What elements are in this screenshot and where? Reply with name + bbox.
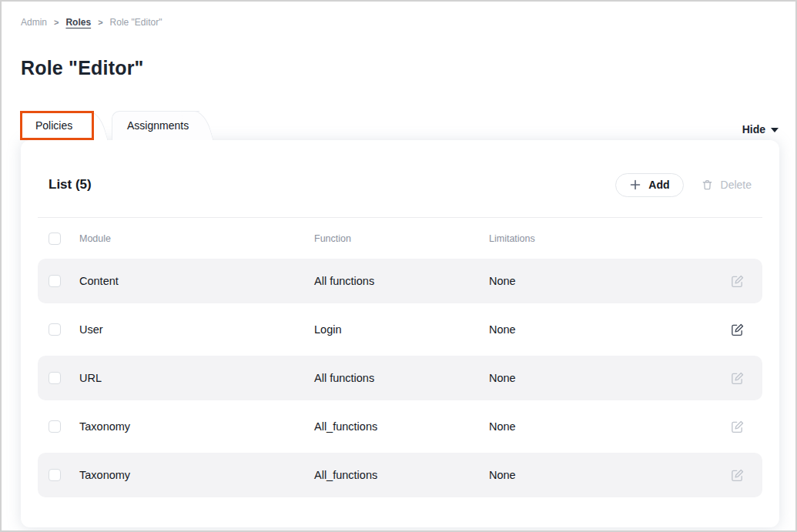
row-module: Taxonomy (79, 469, 314, 481)
row-function: All_functions (314, 469, 489, 481)
row-module: Content (79, 275, 314, 287)
add-button-label: Add (648, 179, 669, 191)
delete-button[interactable]: Delete (701, 179, 752, 192)
row-module: Taxonomy (79, 420, 314, 433)
breadcrumb-admin[interactable]: Admin (21, 17, 47, 28)
delete-button-label: Delete (721, 179, 752, 191)
edit-icon (730, 274, 745, 289)
row-limitations: None (489, 372, 730, 384)
row-checkbox[interactable] (49, 469, 61, 481)
row-checkbox[interactable] (49, 372, 61, 384)
hide-toggle[interactable]: Hide (742, 123, 779, 136)
column-header-module: Module (79, 233, 314, 244)
edit-icon (730, 420, 745, 434)
list-title: List (5) (49, 177, 92, 192)
edit-button[interactable] (730, 323, 752, 337)
caret-down-icon (771, 128, 779, 132)
policies-table: Content All functions None User Login No… (38, 259, 762, 497)
select-all-checkbox[interactable] (49, 233, 61, 245)
edit-button[interactable] (730, 371, 752, 386)
column-header-function: Function (314, 233, 489, 244)
row-limitations: None (489, 323, 730, 336)
table-row: Content All functions None (38, 259, 762, 303)
tab-bar: Policies Assignments (20, 111, 199, 140)
table-header-row: Module Function Limitations (38, 218, 762, 259)
plus-icon (629, 179, 641, 191)
row-checkbox[interactable] (49, 420, 61, 433)
row-limitations: None (489, 275, 730, 287)
page-title: Role "Editor" (21, 57, 795, 79)
list-actions: Add Delete (615, 173, 752, 197)
breadcrumb-current: Role "Editor" (110, 17, 162, 28)
row-module: User (79, 323, 314, 336)
row-function: Login (314, 323, 489, 336)
edit-button[interactable] (730, 274, 752, 289)
table-row: URL All functions None (38, 356, 762, 400)
edit-icon (730, 323, 745, 337)
tab-policies[interactable]: Policies (20, 111, 94, 140)
edit-button[interactable] (730, 468, 752, 483)
row-limitations: None (489, 469, 730, 481)
table-row: Taxonomy All_functions None (38, 404, 762, 449)
table-row: Taxonomy All_functions None (38, 453, 762, 497)
column-header-limitations: Limitations (489, 233, 730, 244)
row-function: All functions (314, 372, 489, 384)
edit-icon (730, 468, 745, 483)
row-limitations: None (489, 420, 730, 433)
breadcrumb-separator: > (98, 18, 102, 27)
breadcrumb-separator: > (54, 18, 59, 27)
edit-icon (730, 371, 745, 386)
add-button[interactable]: Add (615, 173, 683, 197)
trash-icon (701, 179, 714, 192)
row-module: URL (79, 372, 314, 384)
policies-panel: List (5) Add Delete Module Function Limi… (21, 140, 779, 527)
breadcrumb: Admin > Roles > Role "Editor" (2, 2, 795, 28)
row-function: All_functions (314, 420, 489, 433)
tab-assignments[interactable]: Assignments (112, 111, 199, 140)
table-row: User Login None (38, 307, 762, 352)
hide-toggle-label: Hide (742, 123, 765, 136)
tab-assignments-label: Assignments (112, 111, 199, 140)
breadcrumb-roles-link[interactable]: Roles (65, 17, 91, 28)
role-editor-page: { "breadcrumb": { "separator": ">", "ite… (0, 0, 797, 532)
row-checkbox[interactable] (49, 323, 61, 336)
edit-button[interactable] (730, 420, 752, 434)
tab-policies-label: Policies (20, 111, 94, 140)
row-checkbox[interactable] (49, 275, 61, 287)
list-header: List (5) Add Delete (38, 163, 762, 206)
row-function: All functions (314, 275, 489, 287)
